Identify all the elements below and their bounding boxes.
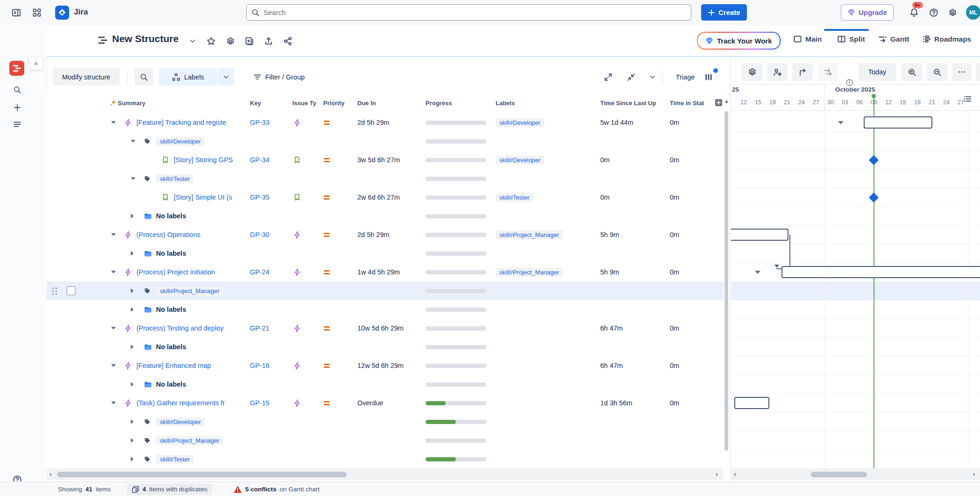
share-icon[interactable] bbox=[282, 36, 293, 47]
drag-handle-icon[interactable] bbox=[52, 288, 57, 295]
expand-row-icon[interactable] bbox=[131, 288, 134, 293]
column-header-key[interactable]: Key bbox=[250, 100, 261, 107]
expand-row-icon[interactable] bbox=[131, 419, 134, 424]
group-label-chip[interactable]: skill#Project_Manager bbox=[156, 287, 223, 295]
table-row[interactable]: skill#Tester bbox=[47, 169, 723, 188]
table-row[interactable]: [Story] Storing GPSGP-343w 5d 6h 27mskil… bbox=[47, 151, 723, 170]
table-row[interactable]: skill#Project_Manager bbox=[47, 431, 723, 450]
sidebar-toggle-icon[interactable] bbox=[10, 7, 22, 19]
gantt-resources-button[interactable] bbox=[767, 63, 788, 81]
page-title[interactable]: New Structure bbox=[112, 33, 178, 44]
gantt-dependencies-button[interactable] bbox=[817, 63, 838, 81]
filter-group-button[interactable]: Filter / Group bbox=[244, 68, 314, 86]
group-by-labels-button[interactable]: Labels bbox=[159, 68, 217, 86]
expand-row-icon[interactable] bbox=[131, 457, 134, 461]
tab-split[interactable]: Split bbox=[837, 35, 865, 43]
avatar[interactable]: ML bbox=[966, 5, 980, 20]
table-row[interactable]: skill#Project_Manager bbox=[47, 281, 723, 301]
structure-settings-gear-icon[interactable] bbox=[225, 36, 236, 47]
table-horizontal-scrollbar[interactable]: ‹ › bbox=[47, 469, 723, 480]
app-switcher-icon[interactable] bbox=[31, 7, 43, 19]
sidebar-add-icon[interactable] bbox=[11, 101, 24, 114]
column-header-summary[interactable]: Summary bbox=[118, 100, 145, 107]
issue-key-link[interactable]: GP-24 bbox=[250, 268, 270, 276]
expand-sidebar-button[interactable]: » bbox=[28, 56, 43, 70]
issue-key-link[interactable]: GP-30 bbox=[250, 231, 270, 238]
scrollbar-thumb[interactable] bbox=[724, 111, 728, 451]
help-icon[interactable] bbox=[928, 7, 940, 19]
issue-type-epic-icon[interactable] bbox=[293, 399, 301, 407]
track-your-work-button[interactable]: Track Your Work bbox=[697, 32, 781, 50]
label-chip[interactable]: skill#Project_Manager bbox=[496, 268, 563, 277]
issue-key-link[interactable]: GP-34 bbox=[250, 156, 270, 164]
issue-type-epic-icon[interactable] bbox=[293, 324, 301, 332]
scrollbar-thumb[interactable] bbox=[57, 472, 347, 477]
scroll-right-arrow[interactable]: › bbox=[716, 470, 718, 478]
table-row[interactable]: [Feature] Tracking and registeGP-332d 5h… bbox=[47, 113, 723, 132]
collapse-row-icon[interactable] bbox=[111, 121, 116, 124]
issue-key-link[interactable]: GP-15 bbox=[250, 399, 270, 407]
today-button[interactable]: Today bbox=[859, 63, 896, 81]
column-header-priority[interactable]: Priority bbox=[323, 100, 345, 107]
column-header-time-in-status[interactable]: Time in Stat bbox=[670, 100, 713, 107]
jira-logo[interactable] bbox=[55, 6, 69, 20]
group-label-chip[interactable]: skill#Developer bbox=[156, 417, 205, 426]
issue-type-story-icon[interactable] bbox=[293, 194, 301, 201]
table-row[interactable]: skill#Developer bbox=[47, 412, 723, 431]
timeline-alert-icon[interactable] bbox=[845, 79, 853, 86]
gantt-legend-icon[interactable] bbox=[963, 94, 972, 103]
label-chip[interactable]: skill#Tester bbox=[496, 193, 533, 202]
priority-medium-icon[interactable] bbox=[324, 401, 330, 405]
table-row[interactable]: skill#Developer bbox=[47, 132, 723, 151]
group-label-chip[interactable]: skill#Developer bbox=[156, 137, 205, 146]
gantt-task-bar[interactable] bbox=[781, 266, 980, 278]
label-chip[interactable]: skill#Project_Manager bbox=[496, 230, 563, 239]
issue-key-link[interactable]: GP-33 bbox=[250, 119, 270, 126]
collapse-row-icon[interactable] bbox=[111, 364, 116, 367]
add-column-button[interactable] bbox=[715, 99, 723, 107]
table-row[interactable]: No labels bbox=[47, 375, 723, 394]
title-chevron-down-icon[interactable] bbox=[187, 36, 198, 47]
gantt-group-chevron-icon[interactable] bbox=[755, 271, 760, 274]
priority-medium-icon[interactable] bbox=[324, 270, 330, 274]
duplicates-badge[interactable]: 2 4items with duplicates bbox=[127, 484, 212, 495]
sidebar-list-icon[interactable] bbox=[11, 118, 24, 131]
gantt-task-bar[interactable] bbox=[864, 116, 932, 129]
issue-type-story-icon[interactable] bbox=[293, 156, 301, 164]
collapse-row-icon[interactable] bbox=[111, 327, 116, 330]
export-icon[interactable] bbox=[263, 36, 274, 47]
gantt-levels-button[interactable] bbox=[792, 63, 813, 81]
collapse-row-icon[interactable] bbox=[111, 233, 116, 236]
expand-level-chevron-icon[interactable] bbox=[647, 72, 658, 82]
tab-main[interactable]: Main bbox=[793, 35, 822, 43]
labels-dropdown-chevron[interactable] bbox=[218, 68, 234, 86]
label-chip[interactable]: skill#Developer bbox=[496, 156, 544, 165]
group-label-chip[interactable]: skill#Project_Manager bbox=[156, 436, 223, 445]
column-header-progress[interactable]: Progress bbox=[426, 100, 452, 107]
column-header-due-in[interactable]: Due In bbox=[357, 100, 376, 107]
create-button[interactable]: Create bbox=[701, 4, 747, 21]
table-row[interactable]: No labels bbox=[47, 300, 723, 319]
gantt-task-bar[interactable] bbox=[731, 229, 788, 241]
collapse-row-icon[interactable] bbox=[111, 271, 116, 273]
modify-structure-button[interactable]: Modify structure bbox=[53, 68, 120, 86]
collapse-row-icon[interactable] bbox=[111, 402, 116, 404]
link-tool-button[interactable] bbox=[975, 63, 980, 81]
expand-row-icon[interactable] bbox=[131, 214, 134, 218]
table-row[interactable]: No labels bbox=[47, 207, 723, 226]
expand-row-icon[interactable] bbox=[131, 382, 134, 387]
expand-row-icon[interactable] bbox=[131, 251, 134, 256]
priority-medium-icon[interactable] bbox=[324, 326, 330, 331]
issue-summary-link[interactable]: (Task) Gather requirements fr bbox=[136, 399, 225, 407]
group-label-chip[interactable]: skill#Tester bbox=[156, 174, 193, 183]
issue-type-epic-icon[interactable] bbox=[293, 119, 301, 127]
tab-gantt[interactable]: Gantt bbox=[878, 35, 909, 43]
priority-medium-icon[interactable] bbox=[324, 158, 330, 162]
table-vertical-scrollbar[interactable]: ▲ bbox=[723, 97, 730, 468]
scroll-right-arrow[interactable]: › bbox=[973, 470, 975, 478]
table-row[interactable]: skill#Tester bbox=[47, 450, 723, 469]
copy-structure-icon[interactable] bbox=[244, 36, 255, 47]
issue-summary-link[interactable]: (Process) Operations bbox=[136, 231, 200, 238]
issue-summary-link[interactable]: (Process) Project initiation bbox=[136, 268, 215, 276]
row-checkbox[interactable] bbox=[66, 286, 76, 295]
